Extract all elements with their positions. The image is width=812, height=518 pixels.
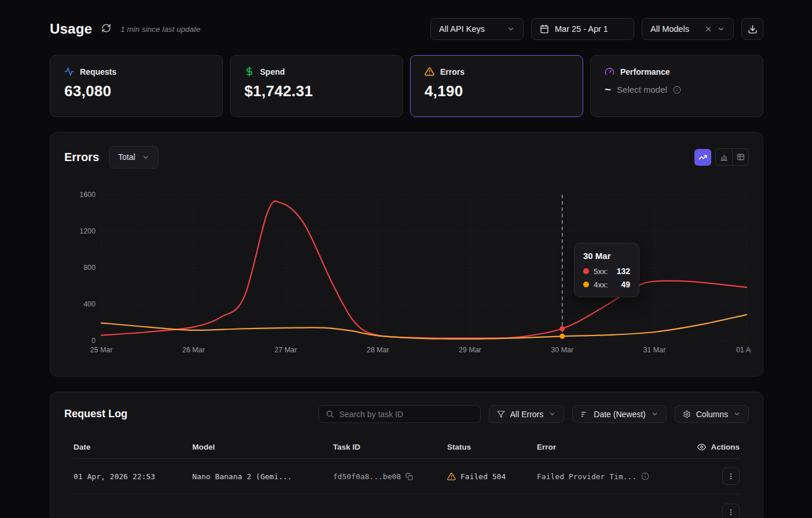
svg-text:31 Mar: 31 Mar bbox=[643, 346, 665, 354]
dollar-icon bbox=[244, 67, 254, 76]
activity-icon bbox=[64, 67, 74, 76]
hover-dot-0 bbox=[559, 326, 565, 331]
warning-triangle-icon bbox=[447, 472, 456, 481]
models-dropdown[interactable]: All Models bbox=[642, 18, 734, 40]
row-actions-button[interactable] bbox=[722, 504, 740, 518]
gear-icon bbox=[683, 410, 691, 418]
errors-value: 4,190 bbox=[425, 82, 569, 100]
tooltip-5xx-value: 132 bbox=[617, 267, 630, 276]
line-chart-toggle[interactable] bbox=[694, 149, 711, 166]
performance-card[interactable]: Performance ~ Select model bbox=[590, 55, 763, 117]
page-title: Usage bbox=[50, 21, 92, 37]
columns-dropdown[interactable]: Columns bbox=[675, 405, 749, 423]
sort-icon bbox=[580, 410, 588, 418]
errors-chart: 04008001200160025 Mar26 Mar27 Mar28 Mar2… bbox=[64, 189, 749, 357]
filter-icon bbox=[497, 410, 505, 418]
calendar-icon bbox=[540, 24, 549, 34]
download-button[interactable] bbox=[741, 18, 763, 40]
chart-tooltip: 30 Mar 5xx: 132 4xx: 49 bbox=[574, 243, 639, 297]
tilde-icon: ~ bbox=[605, 87, 611, 93]
row-model: Nano Banana 2 (Gemi... bbox=[192, 472, 333, 481]
svg-text:0: 0 bbox=[92, 337, 96, 345]
request-log-title: Request Log bbox=[64, 408, 127, 420]
column-header-status: Status bbox=[447, 443, 537, 451]
error-filter-dropdown[interactable]: All Errors bbox=[489, 405, 565, 423]
series-line-4xx bbox=[101, 315, 747, 339]
table-header: Date Model Task ID Status Error Actions bbox=[74, 436, 740, 459]
svg-text:28 Mar: 28 Mar bbox=[367, 346, 389, 354]
clear-icon[interactable] bbox=[704, 25, 712, 33]
table-row[interactable] bbox=[74, 494, 740, 518]
request-log-table: Date Model Task ID Status Error Actions … bbox=[64, 436, 749, 518]
column-header-task-id: Task ID bbox=[333, 443, 447, 451]
tooltip-5xx-label: 5xx: bbox=[594, 267, 608, 276]
chevron-down-icon bbox=[507, 25, 515, 33]
row-date: 01 Apr, 2026 22:53 bbox=[74, 472, 192, 481]
api-keys-label: All API Keys bbox=[439, 24, 485, 34]
models-label: All Models bbox=[650, 24, 689, 34]
4xx-dot-icon bbox=[583, 282, 589, 287]
errors-type-select[interactable]: Total bbox=[109, 146, 159, 169]
performance-label: Performance bbox=[620, 67, 670, 76]
kebab-menu-icon bbox=[727, 508, 735, 516]
chevron-down-icon bbox=[733, 410, 741, 418]
error-filter-label: All Errors bbox=[510, 410, 544, 419]
chart-type-group bbox=[715, 148, 749, 166]
spend-value: $1,742.31 bbox=[244, 82, 389, 100]
eye-icon[interactable] bbox=[697, 443, 706, 451]
select-model-label: Select model bbox=[617, 85, 667, 94]
errors-card[interactable]: Errors 4,190 bbox=[410, 55, 583, 117]
svg-text:27 Mar: 27 Mar bbox=[275, 346, 297, 354]
column-header-error: Error bbox=[537, 443, 684, 451]
trending-up-icon bbox=[698, 153, 707, 162]
requests-card[interactable]: Requests 63,080 bbox=[50, 55, 223, 117]
table-icon bbox=[737, 153, 745, 161]
spend-card[interactable]: Spend $1,742.31 bbox=[230, 55, 403, 117]
copy-icon[interactable] bbox=[405, 473, 413, 480]
chevron-down-icon bbox=[717, 25, 725, 33]
api-keys-dropdown[interactable]: All API Keys bbox=[430, 18, 524, 40]
svg-text:25 Mar: 25 Mar bbox=[90, 346, 113, 354]
kebab-menu-icon bbox=[727, 472, 735, 480]
errors-chart-panel: Errors Total bbox=[50, 132, 763, 377]
info-icon[interactable] bbox=[641, 472, 649, 480]
task-search bbox=[319, 405, 481, 423]
performance-model-select[interactable]: ~ Select model bbox=[605, 85, 749, 94]
svg-text:400: 400 bbox=[83, 300, 96, 308]
sort-dropdown[interactable]: Date (Newest) bbox=[572, 405, 666, 423]
table-view-toggle[interactable] bbox=[732, 149, 748, 165]
chevron-down-icon bbox=[548, 410, 556, 418]
refresh-button[interactable] bbox=[101, 23, 111, 35]
table-row[interactable]: 01 Apr, 2026 22:53 Nano Banana 2 (Gemi..… bbox=[74, 459, 740, 494]
column-header-model: Model bbox=[192, 443, 333, 451]
row-error: Failed Provider Tim... bbox=[537, 472, 637, 481]
request-log-panel: Request Log All Errors bbox=[50, 392, 763, 518]
usage-page: Usage 1 min since last update All API Ke… bbox=[0, 17, 812, 518]
row-status: Failed 504 bbox=[460, 472, 506, 481]
refresh-icon bbox=[101, 23, 111, 35]
requests-label: Requests bbox=[80, 67, 116, 76]
errors-label: Errors bbox=[440, 67, 464, 76]
date-range-picker[interactable]: Mar 25 - Apr 1 bbox=[531, 18, 634, 40]
chevron-down-icon bbox=[142, 154, 149, 161]
svg-text:800: 800 bbox=[83, 264, 96, 272]
series-line-5xx bbox=[101, 201, 747, 338]
date-range-label: Mar 25 - Apr 1 bbox=[555, 24, 608, 34]
tooltip-row-5xx: 5xx: 132 bbox=[583, 267, 630, 276]
stat-cards: Requests 63,080 Spend $1,742.31 Errors 4… bbox=[50, 55, 763, 117]
bar-chart-icon bbox=[720, 153, 728, 161]
search-input[interactable] bbox=[339, 410, 474, 419]
svg-text:1600: 1600 bbox=[79, 191, 96, 199]
tooltip-4xx-value: 49 bbox=[621, 280, 630, 289]
warning-triangle-icon bbox=[425, 67, 434, 76]
chevron-down-icon bbox=[651, 410, 659, 418]
column-header-actions: Actions bbox=[684, 443, 740, 451]
errors-panel-title: Errors bbox=[64, 151, 99, 164]
errors-line-chart-svg[interactable]: 04008001200160025 Mar26 Mar27 Mar28 Mar2… bbox=[64, 189, 751, 357]
svg-text:01 Apr: 01 Apr bbox=[736, 346, 751, 354]
svg-text:30 Mar: 30 Mar bbox=[551, 346, 573, 354]
row-actions-button[interactable] bbox=[722, 468, 740, 485]
hover-dot-1 bbox=[559, 334, 565, 339]
search-icon bbox=[325, 410, 334, 418]
bar-chart-toggle[interactable] bbox=[716, 149, 732, 165]
